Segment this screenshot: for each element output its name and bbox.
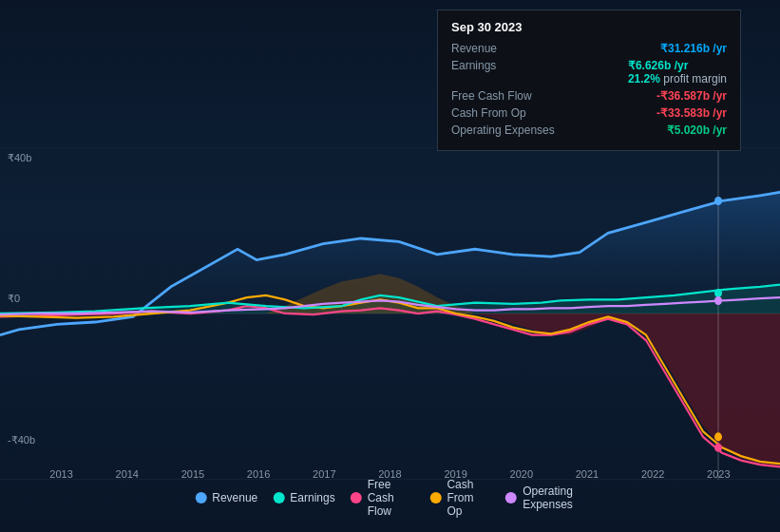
legend-dot-cashfromop (429, 492, 441, 504)
legend-item-fcf[interactable]: Free Cash Flow (351, 478, 415, 518)
legend-label-cashfromop: Cash From Op (447, 478, 490, 518)
tooltip-label-cashfromop: Cash From Op (451, 106, 575, 120)
tooltip-row-revenue: Revenue ₹31.216b /yr (451, 42, 727, 55)
tooltip-earnings-group: ₹6.626b /yr 21.2% profit margin (628, 59, 727, 86)
x-label-2014: 2014 (116, 468, 139, 480)
legend-item-opex[interactable]: Operating Expenses (505, 484, 585, 511)
legend-item-earnings[interactable]: Earnings (273, 491, 334, 504)
tooltip-value-revenue: ₹31.216b /yr (660, 42, 727, 55)
chart-area (0, 147, 780, 480)
tooltip-label-opex: Operating Expenses (451, 124, 575, 137)
legend-label-revenue: Revenue (212, 491, 257, 504)
opex-cursor-dot (714, 296, 722, 305)
tooltip-row-fcf: Free Cash Flow -₹36.587b /yr (451, 89, 727, 103)
legend-dot-revenue (195, 492, 206, 504)
tooltip-profit-margin: 21.2% profit margin (628, 72, 727, 86)
tooltip-label-revenue: Revenue (451, 42, 575, 55)
legend-item-cashfromop[interactable]: Cash From Op (429, 478, 490, 518)
legend-dot-fcf (351, 492, 362, 504)
cashfromop-cursor-dot (714, 432, 722, 441)
negative-fill (475, 314, 780, 466)
tooltip-title: Sep 30 2023 (451, 20, 727, 34)
tooltip-row-cashfromop: Cash From Op -₹33.583b /yr (451, 106, 727, 120)
fcf-cursor-dot (714, 444, 722, 452)
tooltip-value-earnings: ₹6.626b /yr (628, 59, 688, 72)
legend-label-earnings: Earnings (290, 491, 334, 504)
chart-container: Sep 30 2023 Revenue ₹31.216b /yr Earning… (0, 0, 780, 532)
chart-svg (0, 147, 780, 480)
revenue-cursor-dot (714, 197, 722, 205)
tooltip-value-fcf: -₹36.587b /yr (656, 89, 727, 103)
legend-label-fcf: Free Cash Flow (368, 478, 415, 518)
x-label-2013: 2013 (49, 468, 72, 480)
tooltip: Sep 30 2023 Revenue ₹31.216b /yr Earning… (437, 10, 741, 151)
legend-dot-earnings (273, 492, 284, 504)
tooltip-label-fcf: Free Cash Flow (451, 89, 575, 103)
tooltip-value-opex: ₹5.020b /yr (667, 124, 727, 137)
tooltip-row-opex: Operating Expenses ₹5.020b /yr (451, 124, 727, 137)
tooltip-row-earnings: Earnings ₹6.626b /yr 21.2% profit margin (451, 59, 727, 86)
legend-dot-opex (505, 492, 517, 504)
earnings-cursor-dot (714, 289, 722, 297)
x-label-2023: 2023 (707, 468, 730, 480)
tooltip-label-earnings: Earnings (451, 59, 575, 72)
chart-legend: Revenue Earnings Free Cash Flow Cash Fro… (195, 478, 585, 518)
x-label-2022: 2022 (641, 468, 664, 480)
legend-label-opex: Operating Expenses (523, 484, 585, 511)
legend-item-revenue[interactable]: Revenue (195, 491, 257, 504)
tooltip-value-cashfromop: -₹33.583b /yr (656, 106, 727, 120)
